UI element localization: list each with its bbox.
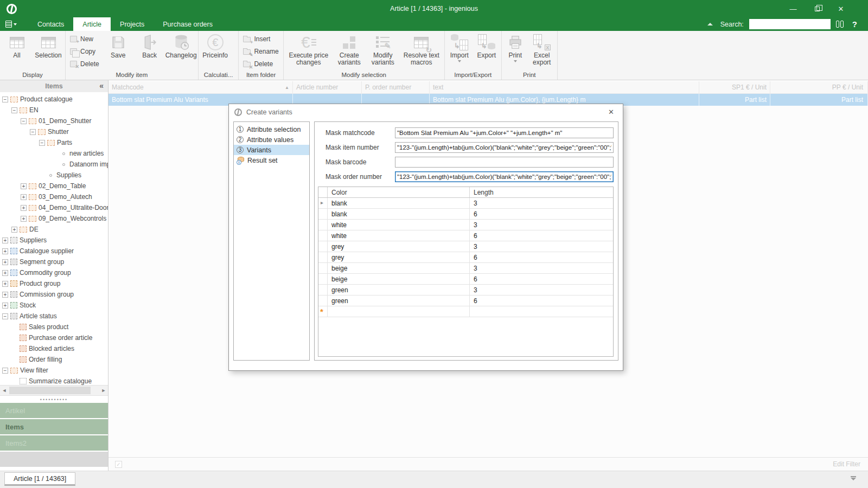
tree-item[interactable]: Commodity group (0, 267, 108, 278)
ribbon-tab[interactable]: Contacts (28, 17, 73, 31)
save-button[interactable]: Save (103, 31, 134, 71)
tree-expander-icon[interactable] (2, 368, 8, 374)
column-header-pp-unit[interactable]: PP € / Unit (770, 81, 868, 93)
tree-expander-icon[interactable] (21, 183, 27, 189)
search-input[interactable] (749, 19, 831, 29)
tree-item[interactable]: Product group (0, 278, 108, 289)
tree-item[interactable]: Shutter (0, 126, 108, 137)
grid-filter-icon[interactable] (851, 478, 856, 480)
column-header-sp1-unit[interactable]: SP1 € / Unit (699, 81, 770, 93)
scrollbar-thumb[interactable] (9, 387, 91, 394)
variant-row[interactable]: grey 3 (318, 241, 613, 252)
dialog-close-icon[interactable]: ✕ (605, 107, 617, 117)
horizontal-scrollbar[interactable]: ◄ ► (0, 385, 108, 396)
modify-variants-button[interactable]: ✎ Modify variants (366, 31, 400, 71)
new-variant-row[interactable]: * (318, 306, 613, 317)
tree-expander-icon[interactable] (2, 248, 8, 254)
tree-item[interactable]: Segment group (0, 256, 108, 267)
tree-item[interactable]: new articles (0, 148, 108, 159)
variant-row[interactable]: grey 6 (318, 252, 613, 263)
folder-delete-button[interactable]: ✕Delete (242, 59, 279, 69)
variant-row[interactable]: green 3 (318, 285, 613, 296)
mask-field-input[interactable] (395, 171, 614, 182)
back-button[interactable]: Back (134, 31, 165, 71)
tree-item[interactable]: 04_Demo_Ultralite-Doors (0, 202, 108, 213)
mask-field-input[interactable] (395, 127, 614, 138)
scroll-left-icon[interactable]: ◄ (0, 386, 9, 395)
variant-row[interactable]: beige 6 (318, 274, 613, 285)
sidebar-panel[interactable]: Items (0, 419, 108, 434)
rename-button[interactable]: ✎Rename (242, 47, 279, 56)
ribbon-tab[interactable]: Projects (111, 17, 154, 31)
wizard-step[interactable]: i Result set (234, 155, 309, 165)
tree-expander-icon[interactable] (2, 313, 8, 319)
tree-item[interactable]: Catalogue supplier (0, 246, 108, 256)
import-button[interactable]: ↳ Import (446, 31, 473, 71)
column-header-p-order-number[interactable]: P. order number (362, 81, 430, 93)
wizard-step[interactable]: 1 i Attribute selection (234, 124, 309, 134)
export-button[interactable]: ↳ Export (473, 31, 500, 71)
delete-button[interactable]: ✕Delete (69, 59, 100, 69)
new-button[interactable]: +New (69, 34, 100, 44)
tree-expander-icon[interactable] (2, 259, 8, 265)
excel-export-button[interactable]: X↳ Excel export (528, 31, 556, 71)
wizard-step[interactable]: 3 i Variants (234, 145, 309, 155)
tree-expander-icon[interactable] (2, 270, 8, 276)
tree-item[interactable]: 03_Demo_Alutech (0, 191, 108, 202)
tree-item[interactable]: Commission group (0, 289, 108, 300)
status-tab-article[interactable]: Article [1 / 14363] (4, 472, 75, 486)
variant-row[interactable]: green 6 (318, 296, 613, 306)
copy-button[interactable]: Copy (69, 47, 100, 56)
resolve-text-macros-button[interactable]: ↻ Resolve text macros (400, 31, 443, 71)
tree-expander-icon[interactable] (30, 129, 36, 135)
tree-item[interactable]: Stock (0, 300, 108, 311)
restore-button[interactable] (805, 0, 829, 17)
tree-expander-icon[interactable] (39, 140, 45, 146)
tree-item[interactable]: DE (0, 224, 108, 235)
collapse-sidebar-icon[interactable]: « (99, 81, 104, 90)
variant-row[interactable]: blank 6 (318, 209, 613, 220)
tree-item[interactable]: Article status (0, 311, 108, 322)
tree-item[interactable]: Parts (0, 137, 108, 148)
tree-expander-icon[interactable] (2, 303, 8, 309)
tree-expander-icon[interactable] (21, 216, 27, 222)
tree-item[interactable]: Purchase order article (0, 332, 108, 343)
tree-item[interactable]: Supplies (0, 170, 108, 181)
tree-item[interactable]: 09_Demo_Webcontrols (0, 213, 108, 224)
tree-expander-icon[interactable] (2, 97, 8, 102)
execute-price-changes-button[interactable]: € Execute price changes (285, 31, 333, 71)
variant-row[interactable]: beige 3 (318, 263, 613, 274)
filter-checkbox[interactable]: ✓ (115, 461, 122, 468)
create-variants-button[interactable]: Create variants (333, 31, 366, 71)
print-button[interactable]: Print (503, 31, 528, 71)
column-header-matchcode[interactable]: Matchcode▲ (108, 81, 293, 93)
tree-expander-icon[interactable] (21, 118, 27, 124)
sidebar-panel[interactable]: Items2 (0, 435, 108, 451)
insert-button[interactable]: +Insert (242, 34, 279, 44)
tree-item[interactable]: 01_Demo_Shutter (0, 115, 108, 126)
close-button[interactable]: ✕ (829, 0, 853, 17)
tree-item[interactable]: Datanorm import (0, 159, 108, 170)
tree-item[interactable]: EN (0, 105, 108, 115)
tree-item[interactable]: 02_Demo_Table (0, 181, 108, 191)
wizard-step[interactable]: 2 i Attribute values (234, 134, 309, 145)
binoculars-search-icon[interactable] (836, 21, 844, 28)
tree-expander-icon[interactable] (21, 194, 27, 200)
changelog-button[interactable]: Changelog (165, 31, 197, 71)
column-header-color[interactable]: Color (328, 187, 470, 197)
tree-expander-icon[interactable] (2, 237, 8, 243)
help-icon[interactable]: ? (849, 20, 860, 29)
priceinfo-button[interactable]: € Priceinfo (200, 31, 231, 71)
variant-row[interactable]: white 3 (318, 220, 613, 230)
all-button[interactable]: All (1, 31, 33, 71)
edit-filter-link[interactable]: Edit Filter (833, 460, 860, 468)
scroll-right-icon[interactable]: ► (99, 386, 108, 395)
variant-row[interactable]: blank 3 (318, 198, 613, 209)
tree-expander-icon[interactable] (11, 107, 17, 113)
tree-expander-icon[interactable] (2, 292, 8, 298)
column-header-article-number[interactable]: Article number (293, 81, 362, 93)
column-header-length[interactable]: Length (470, 187, 613, 197)
ribbon-tab[interactable]: Article (73, 17, 111, 31)
tree-item[interactable]: Summarize catalogue (0, 376, 108, 385)
mask-field-input[interactable] (395, 157, 614, 168)
